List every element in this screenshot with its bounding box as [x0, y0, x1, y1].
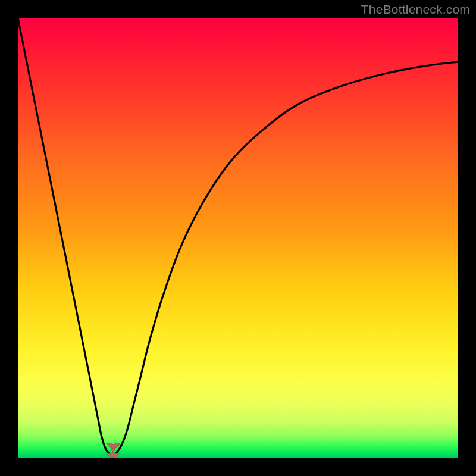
plot-area: [18, 18, 458, 458]
curve-svg: [18, 18, 458, 458]
bottleneck-curve: [18, 18, 458, 455]
watermark-text: TheBottleneck.com: [361, 2, 470, 17]
chart-frame: TheBottleneck.com: [0, 0, 476, 476]
